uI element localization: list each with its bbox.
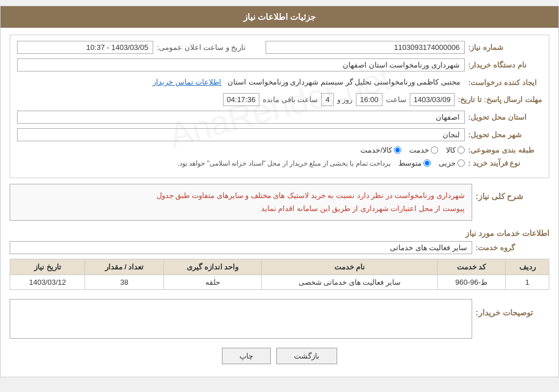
send-days-value: 4: [321, 93, 333, 106]
need-number-value: 1103093174000006: [266, 41, 465, 54]
description-label: شرح کلی نیاز:: [476, 192, 549, 201]
announce-value: 1403/03/05 - 10:37: [17, 41, 153, 54]
description-line1: شهرداری ورنامخواست در نظر دارد نسبت به خ…: [17, 189, 465, 202]
row-creator: ایجاد کننده درخواست: مجتبی کاظمی ورنامخو…: [17, 76, 542, 88]
col-unit: واحد اندازه گیری: [163, 259, 262, 275]
send-time-label: ساعت: [386, 95, 406, 104]
service-group-value: سایر فعالیت های خدماتی: [10, 241, 472, 254]
service-group-label: گروه خدمت:: [476, 243, 549, 252]
cell-quantity: 38: [85, 275, 163, 289]
row-city: شهر محل تحویل: لنجان: [17, 128, 542, 141]
category-khadamat-label: خدمت: [409, 146, 429, 154]
category-radio-group: کالا خدمت کالا/خدمت: [17, 146, 465, 154]
province-value: اصفهان: [17, 111, 465, 124]
buyer-notes-section: توصیحات خریدار:: [10, 297, 549, 339]
buyer-org-label: نام دستگاه خریدار:: [468, 61, 542, 69]
col-name: نام خدمت: [262, 259, 438, 275]
buyer-notes-label: توصیحات خریدار:: [476, 305, 549, 317]
cell-name: سایر فعالیت های خدماتی شخصی: [262, 275, 438, 289]
row-need-number: شماره نیاز: 1103093174000006 تاریخ و ساع…: [17, 41, 542, 54]
city-value: لنجان: [17, 128, 465, 141]
col-row: ردیف: [506, 259, 549, 275]
cell-row: 1: [506, 275, 549, 289]
need-number-label: شماره نیاز:: [468, 43, 542, 52]
process-radio-group: جزیی متوسط پرداخت تمام یا بخشی از مبلغ خ…: [17, 159, 465, 167]
page-title: جزئیات اطلاعات نیاز: [1, 6, 558, 28]
col-code: کد خدمت: [438, 259, 506, 275]
province-label: استان محل تحویل:: [468, 113, 542, 121]
process-motavaset[interactable]: متوسط: [398, 159, 431, 167]
category-khadamat-radio[interactable]: [431, 146, 438, 154]
creator-value: مجتبی کاظمی ورنامخواستی تحلیل گر سیستم ش…: [17, 76, 465, 88]
cell-date: 1403/03/12: [10, 275, 85, 289]
row-buyer-org: نام دستگاه خریدار: شهرداری ورنامخواست اس…: [17, 58, 542, 71]
category-kala[interactable]: کالا: [446, 146, 465, 154]
cell-unit: حلقه: [163, 275, 262, 289]
description-box: شهرداری ورنامخواست در نظر دارد نسبت به خ…: [10, 184, 472, 221]
creator-contact-link[interactable]: اطلاعات تماس خریدار: [153, 78, 221, 86]
send-days-label: روز و: [337, 95, 353, 104]
category-label: طبقه بندی موضوعی:: [468, 146, 542, 154]
process-note: پرداخت تمام یا بخشی از مبلغ خریدار از مح…: [178, 159, 390, 167]
row-process: نوع فرآیند خرید : جزیی متوسط پرداخت تمام…: [17, 159, 542, 167]
services-table: ردیف کد خدمت نام خدمت واحد اندازه گیری ت…: [10, 259, 549, 290]
services-section-title: اطلاعات خدمات مورد نیاز: [10, 229, 549, 238]
category-kala-radio[interactable]: [457, 146, 465, 154]
table-row: 1 ط-96-960 سایر فعالیت های خدماتی شخصی ح…: [10, 275, 549, 289]
process-jozvi-label: جزیی: [439, 159, 456, 167]
creator-label: ایجاد کننده درخواست:: [468, 78, 542, 87]
send-remaining-value: 04:17:36: [223, 93, 260, 106]
creator-text: مجتبی کاظمی ورنامخواستی تحلیل گر سیستم ش…: [228, 78, 460, 86]
category-khadamat[interactable]: خدمت: [409, 146, 438, 154]
col-date: تاریخ نیاز: [10, 259, 85, 275]
category-kala-khadamat[interactable]: کالا/خدمت: [360, 146, 401, 154]
process-label: نوع فرآیند خرید :: [468, 159, 542, 167]
category-kala-label: کالا: [446, 146, 456, 154]
process-jozvi[interactable]: جزیی: [439, 159, 465, 167]
process-motavaset-radio[interactable]: [423, 159, 431, 167]
col-quantity: تعداد / مقدار: [85, 259, 163, 275]
cell-code: ط-96-960: [438, 275, 506, 289]
category-kala-khadamat-label: کالا/خدمت: [360, 146, 392, 154]
main-form-section: AnaRender.net شماره نیاز: 11030931740000…: [10, 35, 549, 178]
buttons-row: بازگشت چاپ: [10, 348, 549, 364]
category-kala-khadamat-radio[interactable]: [394, 146, 401, 154]
buyer-notes-box: [10, 299, 472, 339]
buyer-org-value: شهرداری ورنامخواست استان اصفهان: [17, 58, 465, 71]
row-service-group: گروه خدمت: سایر فعالیت های خدماتی: [10, 241, 549, 254]
send-date-label: مهلت ارسال پاسخ: تا تاریخ:: [458, 95, 542, 104]
announce-label: تاریخ و ساعت اعلان عمومی:: [157, 43, 246, 52]
buyer-notes-inner: توصیحات خریدار:: [10, 297, 549, 339]
process-motavaset-label: متوسط: [398, 159, 422, 167]
print-button[interactable]: چاپ: [222, 348, 271, 364]
back-button[interactable]: بازگشت: [276, 348, 337, 364]
row-province: استان محل تحویل: اصفهان: [17, 111, 542, 124]
row-category: طبقه بندی موضوعی: کالا خدمت کالا/خدمت: [17, 146, 542, 154]
row-send-date: مهلت ارسال پاسخ: تا تاریخ: 1403/03/09 سا…: [17, 93, 542, 106]
send-time-value: 16:00: [356, 93, 383, 106]
description-line2: پیوست از محل اعتبارات شهرداری از طریق ای…: [17, 202, 465, 215]
send-remaining-label: ساعت باقی مانده: [263, 95, 318, 104]
process-jozvi-radio[interactable]: [457, 159, 465, 167]
city-label: شهر محل تحویل:: [468, 130, 542, 139]
row-description: شرح کلی نیاز: شهرداری ورنامخواست در نظر …: [10, 184, 549, 221]
send-date-value: 1403/03/09: [410, 93, 455, 106]
